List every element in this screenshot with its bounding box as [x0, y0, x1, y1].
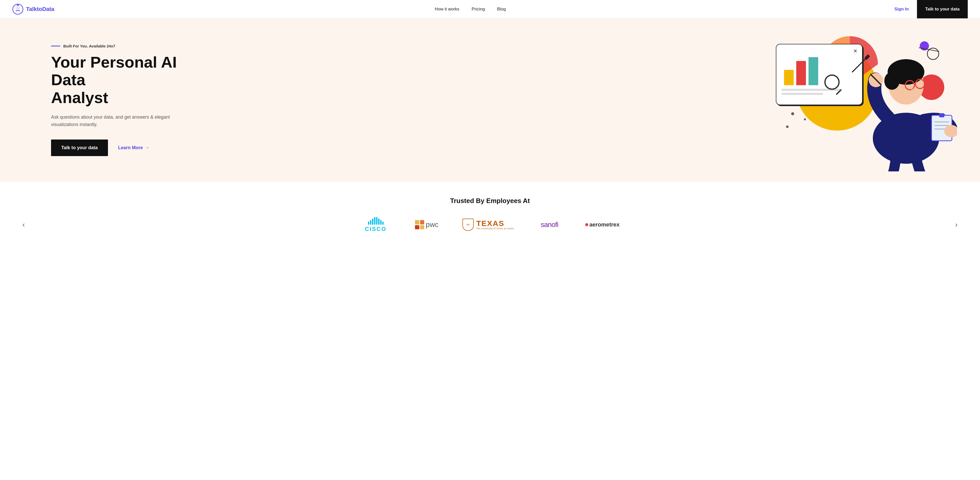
card-line-2: [781, 93, 823, 95]
pwc-squares-icon: [415, 220, 424, 229]
texas-sub-text: The University of Texas at Austin: [476, 227, 514, 230]
dot-2: [804, 118, 806, 120]
chart-bars: [784, 55, 857, 85]
magnifier-icon: [824, 74, 840, 90]
texas-main-text: TEXAS: [476, 220, 504, 227]
card-lines: [781, 89, 857, 95]
svg-rect-18: [939, 113, 944, 117]
svg-point-12: [884, 72, 900, 90]
sanofi-text: sanofi: [541, 220, 558, 229]
logos-next-button[interactable]: ›: [953, 219, 959, 231]
pwc-text: pwc: [426, 220, 438, 229]
aerometrex-dot-icon: [585, 223, 588, 226]
trusted-title: Trusted By Employees At: [21, 197, 959, 205]
trusted-section: Trusted By Employees At ‹ CISCO: [0, 182, 980, 248]
hero-tag-line: [51, 46, 60, 46]
dot-1: [791, 112, 794, 115]
cisco-bars-icon: [368, 217, 383, 225]
texas-logo: UT TEXAS The University of Texas at Aust…: [463, 219, 514, 231]
hero-buttons: Talk to your data Learn More →: [51, 139, 204, 156]
navbar-actions: Sign In Talk to your data: [886, 0, 968, 18]
svg-point-1: [16, 6, 20, 10]
nav-how-it-works[interactable]: How it works: [435, 6, 460, 12]
dot-3: [786, 125, 789, 128]
aerometrex-logo: aerometrex: [585, 222, 620, 228]
nav-blog[interactable]: Blog: [497, 6, 506, 12]
navbar: TalktoData How it works Pricing Blog Sig…: [0, 0, 980, 18]
hero-section: Built For You. Available 24x7 Your Perso…: [0, 18, 980, 182]
learn-more-link[interactable]: Learn More →: [118, 145, 150, 150]
hero-tag-text: Built For You. Available 24x7: [63, 44, 115, 48]
texas-shield-icon: UT: [463, 219, 474, 231]
cisco-logo: CISCO: [360, 217, 391, 232]
logos-row: ‹ CISCO: [21, 217, 959, 232]
sanofi-logo: sanofi: [534, 220, 565, 229]
chart-bar-2: [796, 61, 806, 85]
hero-subtitle: Ask questions about your data, and get a…: [51, 114, 184, 128]
logo-link[interactable]: TalktoData: [12, 3, 54, 15]
arrow-icon: →: [145, 145, 150, 150]
hero-illustration: ✕ +: [776, 34, 950, 166]
cisco-text: CISCO: [365, 226, 387, 232]
chart-bar-1: [784, 70, 794, 85]
logo-icon: [12, 3, 24, 15]
talk-to-data-nav-button[interactable]: Talk to your data: [917, 0, 968, 18]
nav-pricing[interactable]: Pricing: [472, 6, 485, 12]
brand-name: TalktoData: [26, 6, 54, 13]
signin-link[interactable]: Sign In: [886, 6, 917, 12]
svg-point-16: [911, 89, 914, 90]
person-illustration: [855, 44, 957, 171]
hero-content: Built For You. Available 24x7 Your Perso…: [51, 44, 204, 156]
hero-title: Your Personal AI Data Analyst: [51, 53, 204, 106]
dashboard-card: ✕: [776, 44, 862, 105]
nav-links: How it works Pricing Blog: [435, 6, 506, 12]
logos-prev-button[interactable]: ‹: [21, 219, 27, 231]
hero-tag: Built For You. Available 24x7: [51, 44, 204, 48]
chart-bar-3: [808, 57, 818, 85]
aerometrex-text: aerometrex: [589, 222, 620, 228]
pen-icon: [850, 54, 870, 74]
pwc-logo: pwc: [411, 220, 442, 229]
hero-cta-button[interactable]: Talk to your data: [51, 139, 108, 156]
